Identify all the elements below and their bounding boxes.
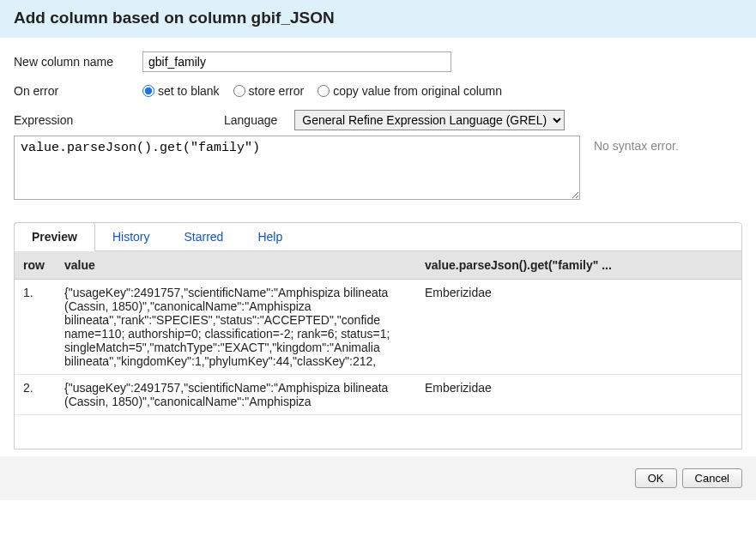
table-row: 2. {"usageKey":2491757,"scientificName":… bbox=[15, 375, 741, 415]
tab-starred[interactable]: Starred bbox=[167, 223, 241, 250]
expression-label: Expression bbox=[14, 113, 142, 127]
row-result: Emberizidae bbox=[416, 375, 741, 415]
tab-history[interactable]: History bbox=[95, 223, 167, 250]
header-result: value.parseJson().get("family" ... bbox=[416, 251, 741, 280]
cancel-button[interactable]: Cancel bbox=[682, 468, 742, 488]
dialog-title: Add column based on column gbif_JSON bbox=[14, 9, 742, 27]
tab-bar: Preview History Starred Help bbox=[15, 223, 741, 251]
new-column-input[interactable] bbox=[142, 51, 451, 72]
error-store-radio[interactable] bbox=[233, 85, 245, 97]
ok-button[interactable]: OK bbox=[635, 468, 677, 488]
row-number: 2. bbox=[15, 375, 56, 415]
error-copy-label[interactable]: copy value from original column bbox=[333, 84, 502, 98]
error-store-label[interactable]: store error bbox=[249, 84, 305, 98]
row-result: Emberizidae bbox=[416, 280, 741, 375]
tab-help[interactable]: Help bbox=[240, 223, 299, 250]
table-row: 1. {"usageKey":2491757,"scientificName":… bbox=[15, 280, 741, 375]
preview-panel[interactable]: row value value.parseJson().get("family"… bbox=[15, 251, 741, 449]
row-value: {"usageKey":2491757,"scientificName":"Am… bbox=[56, 280, 416, 375]
syntax-status: No syntax error. bbox=[594, 136, 679, 153]
tab-preview[interactable]: Preview bbox=[14, 222, 95, 251]
language-select[interactable]: General Refine Expression Language (GREL… bbox=[294, 110, 565, 130]
on-error-label: On error bbox=[14, 84, 142, 98]
header-value: value bbox=[56, 251, 416, 280]
error-blank-radio[interactable] bbox=[142, 85, 154, 97]
preview-table: row value value.parseJson().get("family"… bbox=[15, 251, 741, 415]
error-blank-label[interactable]: set to blank bbox=[158, 84, 220, 98]
row-value: {"usageKey":2491757,"scientificName":"Am… bbox=[56, 375, 416, 415]
header-row: row bbox=[15, 251, 56, 280]
row-number: 1. bbox=[15, 280, 56, 375]
language-label: Language bbox=[224, 113, 277, 127]
new-column-label: New column name bbox=[14, 55, 142, 69]
error-copy-radio[interactable] bbox=[318, 85, 330, 97]
expression-textarea[interactable]: value.parseJson().get("family") bbox=[14, 136, 580, 200]
